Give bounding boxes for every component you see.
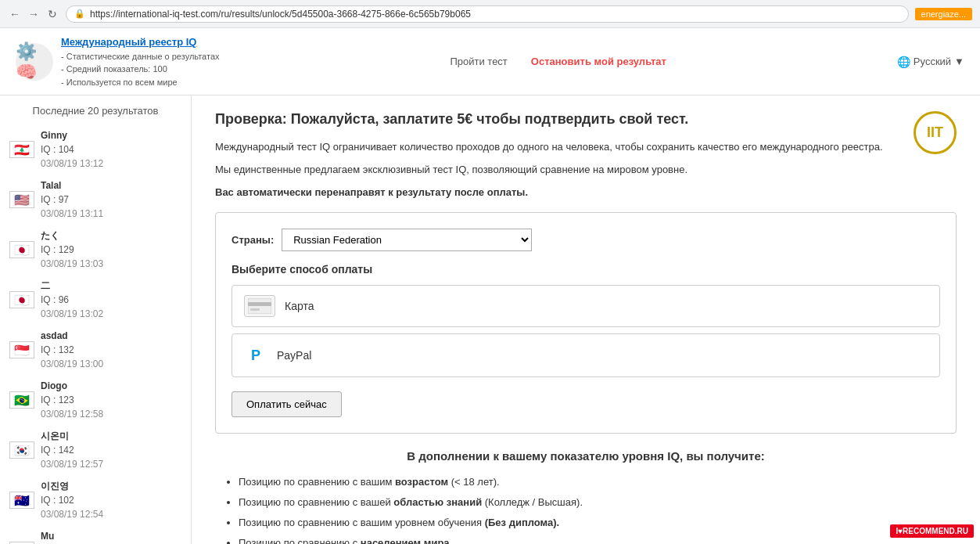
result-info: Ginny IQ : 104 03/08/19 13:12 — [41, 128, 103, 171]
lang-label: Русский — [914, 56, 951, 67]
result-name: たく — [41, 229, 103, 243]
result-name: 이진영 — [41, 479, 103, 493]
nav-take-test[interactable]: Пройти тест — [450, 56, 507, 67]
benefit1-post: (< 18 лет). — [448, 476, 500, 488]
url-text: https://international-iq-test.com/ru/res… — [90, 9, 471, 20]
globe-icon: 🌐 — [897, 56, 910, 68]
card-payment-option[interactable]: Карта — [232, 285, 940, 327]
benefit1-bold: возрастом — [395, 476, 448, 488]
benefit2-post: (Колледж / Высшая). — [482, 496, 583, 508]
paypal-icon: P — [244, 344, 267, 367]
result-info: Mu IQ : 99 03/08/19 12:52 — [41, 529, 103, 544]
flag-icon: 🇦🇺 — [9, 492, 34, 509]
svg-rect-2 — [250, 308, 260, 311]
result-name: Mu — [41, 529, 103, 543]
logo-text: Международный реестр IQ - Статистические… — [61, 34, 220, 88]
benefits-section: В дополнении к вашему показателю уровня … — [215, 449, 957, 544]
refresh-button[interactable]: ↻ — [45, 7, 59, 21]
card-label: Карта — [285, 300, 314, 312]
benefit-3: Позицию по сравнению с вашим уровнем обу… — [239, 513, 957, 533]
benefit2-pre: Позицию по сравнению с вашей — [239, 496, 393, 508]
payment-method-title: Выберите способ оплаты — [232, 263, 940, 276]
result-iq: IQ : 96 — [41, 293, 103, 307]
paypal-label: PayPal — [277, 349, 311, 362]
card-icon — [244, 295, 275, 317]
pay-now-button[interactable]: Оплатить сейчас — [232, 391, 342, 417]
result-item: 🇯🇵たく IQ : 129 03/08/19 13:03 — [0, 225, 191, 275]
paypal-payment-option[interactable]: P PayPal — [232, 333, 940, 377]
address-bar[interactable]: 🔒 https://international-iq-test.com/ru/r… — [66, 5, 909, 23]
result-info: たく IQ : 129 03/08/19 13:03 — [41, 229, 103, 271]
result-iq: IQ : 142 — [41, 443, 103, 457]
benefit-4: Позицию по сравнению с населением мира. — [239, 533, 957, 544]
lang-selector[interactable]: 🌐 Русский ▼ — [897, 56, 964, 68]
result-name: 二 — [41, 279, 103, 293]
result-item: 🇰🇷시온미 IQ : 142 03/08/19 12:57 — [0, 425, 191, 475]
lock-icon: 🔒 — [74, 9, 85, 19]
logo-area: ⚙️🧠 Международный реестр IQ - Статистиче… — [16, 34, 220, 88]
main-content: IIT Проверка: Пожалуйста, заплатите 5€ ч… — [192, 95, 980, 544]
logo-sub2: - Средний показатель: 100 — [61, 63, 220, 76]
watermark: I♥RECOMMEND.RU — [890, 524, 974, 538]
result-iq: IQ : 102 — [41, 493, 103, 507]
forward-button[interactable]: → — [27, 7, 41, 21]
result-info: 二 IQ : 96 03/08/19 13:02 — [41, 279, 103, 321]
result-date: 03/08/19 12:58 — [41, 407, 103, 421]
svg-rect-1 — [248, 302, 271, 306]
result-iq: IQ : 104 — [41, 142, 103, 157]
flag-icon: 🇱🇧 — [9, 141, 34, 158]
result-item: 🇺🇸Mu IQ : 99 03/08/19 12:52 — [0, 525, 191, 544]
result-name: Ginny — [41, 128, 103, 142]
lang-chevron-icon: ▼ — [954, 56, 964, 67]
logo-title[interactable]: Международный реестр IQ — [61, 34, 220, 50]
flag-icon: 🇯🇵 — [9, 291, 34, 308]
result-info: Diogo IQ : 123 03/08/19 12:58 — [41, 379, 103, 421]
result-date: 03/08/19 13:02 — [41, 307, 103, 321]
benefit1-pre: Позицию по сравнению с вашим — [239, 476, 395, 488]
result-date: 03/08/19 12:54 — [41, 507, 103, 521]
result-item: 🇺🇸Talal IQ : 97 03/08/19 13:11 — [0, 175, 191, 225]
result-name: asdad — [41, 329, 103, 343]
result-iq: IQ : 132 — [41, 343, 103, 357]
nav-links: Пройти тест Остановить мой результат — [450, 56, 666, 67]
result-date: 03/08/19 13:12 — [41, 157, 103, 171]
flag-icon: 🇧🇷 — [9, 391, 34, 409]
flag-icon: 🇰🇷 — [9, 441, 34, 459]
result-item: 🇧🇷Diogo IQ : 123 03/08/19 12:58 — [0, 375, 191, 425]
flag-icon: 🇸🇬 — [9, 341, 34, 358]
logo-sub3: - Используется по всем мире — [61, 76, 220, 89]
browser-bar: ← → ↻ 🔒 https://international-iq-test.co… — [0, 0, 980, 28]
site-header: ⚙️🧠 Международный реестр IQ - Статистиче… — [0, 28, 980, 95]
back-button[interactable]: ← — [8, 7, 22, 21]
benefit3-pre: Позицию по сравнению с вашим уровнем обу… — [239, 517, 485, 528]
browser-controls: ← → ↻ — [8, 7, 59, 21]
results-list: 🇱🇧Ginny IQ : 104 03/08/19 13:12🇺🇸Talal I… — [0, 124, 191, 544]
result-date: 03/08/19 13:11 — [41, 207, 103, 221]
result-info: asdad IQ : 132 03/08/19 13:00 — [41, 329, 103, 371]
result-iq: IQ : 123 — [41, 393, 103, 407]
result-info: 이진영 IQ : 102 03/08/19 12:54 — [41, 479, 103, 521]
result-date: 03/08/19 13:03 — [41, 257, 103, 271]
result-info: Talal IQ : 97 03/08/19 13:11 — [41, 178, 103, 221]
desc1: Международный тест IQ ограничивает колич… — [215, 139, 957, 156]
result-name: Talal — [41, 178, 103, 193]
logo-sub1: - Статистические данные о результатах — [61, 50, 220, 63]
benefit2-bold: областью знаний — [393, 496, 482, 508]
benefit3-bold: (Без диплома). — [485, 517, 560, 528]
result-name: Diogo — [41, 379, 103, 393]
nav-save-result[interactable]: Остановить мой результат — [531, 56, 666, 67]
payment-box: Страны: Russian Federation Выберите спос… — [215, 212, 957, 434]
country-select[interactable]: Russian Federation — [282, 229, 532, 251]
result-info: 시온미 IQ : 142 03/08/19 12:57 — [41, 429, 103, 471]
flag-icon: 🇯🇵 — [9, 241, 34, 258]
benefit-1: Позицию по сравнению с вашим возрастом (… — [239, 472, 957, 492]
desc3: Вас автоматически перенаправят к результ… — [215, 185, 957, 201]
result-iq: IQ : 129 — [41, 243, 103, 257]
main-container: Последние 20 результатов 🇱🇧Ginny IQ : 10… — [0, 95, 980, 544]
iit-badge: IIT — [914, 111, 957, 154]
result-name: 시온미 — [41, 429, 103, 443]
benefit4-pre: Позицию по сравнению с — [239, 537, 361, 544]
result-item: 🇸🇬asdad IQ : 132 03/08/19 13:00 — [0, 325, 191, 375]
benefit4-bold: населением мира. — [361, 537, 452, 544]
benefits-title: В дополнении к вашему показателю уровня … — [215, 449, 957, 463]
